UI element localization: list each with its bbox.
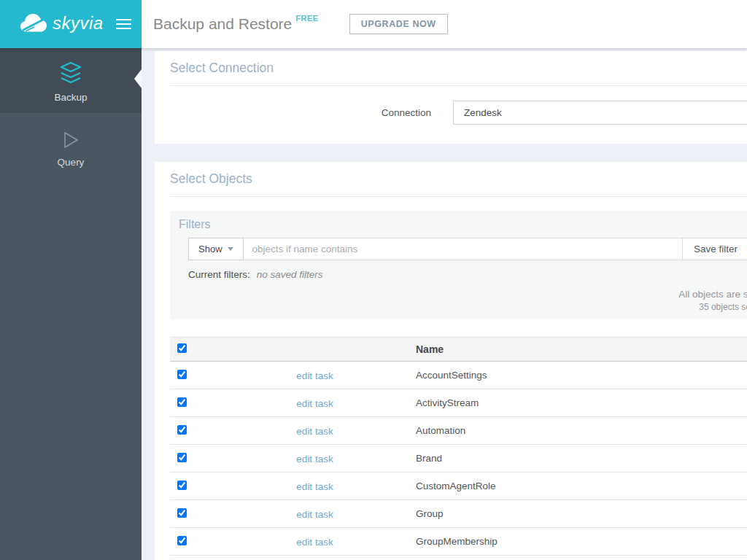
divider xyxy=(170,196,747,197)
connection-row: Connection xyxy=(170,101,747,125)
edit-task-cell: edit task xyxy=(221,445,409,472)
objects-table: Name edit taskAccountSettingsedit taskAc… xyxy=(170,337,747,556)
cloud-logo-icon xyxy=(20,13,47,35)
edit-task-cell: edit task xyxy=(221,389,409,417)
row-checkbox[interactable] xyxy=(177,536,187,545)
selection-info: All objects are selected 35 objects sele… xyxy=(179,289,747,312)
edit-task-cell: edit task xyxy=(221,417,409,445)
row-checkbox-cell xyxy=(170,528,221,556)
filter-name-input[interactable] xyxy=(244,238,683,260)
brand-name: skyvia xyxy=(53,15,104,34)
row-checkbox[interactable] xyxy=(177,370,187,379)
row-checkbox[interactable] xyxy=(177,397,187,407)
name-column-header: Name xyxy=(409,338,747,362)
edit-task-cell: edit task xyxy=(221,472,409,500)
section-title-connection: Select Connection xyxy=(170,61,747,76)
object-name: Group xyxy=(409,500,747,528)
logo-area: skyvia xyxy=(0,0,142,48)
page-header: Backup and Restore FREE UPGRADE NOW xyxy=(142,0,747,48)
table-row: edit taskAutomation xyxy=(170,417,747,445)
row-checkbox-cell xyxy=(170,445,221,472)
edit-task-cell: edit task xyxy=(221,500,409,528)
row-checkbox[interactable] xyxy=(177,508,187,518)
table-row: edit taskAccountSettings xyxy=(170,362,747,389)
edit-task-link[interactable]: edit task xyxy=(296,454,333,464)
object-name: GroupMembership xyxy=(409,528,747,556)
objects-table-body: edit taskAccountSettingsedit taskActivit… xyxy=(170,362,747,556)
header-edit-cell xyxy=(221,338,409,362)
layers-icon xyxy=(58,61,83,88)
filters-panel: Filters Show Save filter Current filters… xyxy=(170,211,747,319)
top-bar: skyvia Backup and Restore FREE UPGRADE N… xyxy=(0,0,747,48)
upgrade-now-button[interactable]: UPGRADE NOW xyxy=(349,14,448,34)
header-checkbox-cell xyxy=(170,338,221,362)
edit-task-cell: edit task xyxy=(221,362,409,389)
selection-count: 35 objects selected xyxy=(179,302,747,312)
row-checkbox-cell xyxy=(170,472,221,500)
row-checkbox-cell xyxy=(170,500,221,528)
row-checkbox[interactable] xyxy=(177,453,187,462)
connection-select[interactable] xyxy=(453,101,747,125)
current-filters-value: no saved filters xyxy=(257,269,323,280)
table-row: edit taskCustomAgentRole xyxy=(170,472,747,500)
sidebar-item-label: Query xyxy=(0,157,142,168)
plan-badge: FREE xyxy=(295,14,318,23)
object-name: AccountSettings xyxy=(409,362,747,389)
table-row: edit taskGroup xyxy=(170,500,747,528)
select-all-checkbox[interactable] xyxy=(177,343,187,353)
edit-task-link[interactable]: edit task xyxy=(296,426,333,437)
page-title: Backup and Restore xyxy=(153,15,292,33)
table-row: edit taskGroupMembership xyxy=(170,528,747,556)
sidebar: Backup Query xyxy=(0,48,142,560)
table-header-row: Name xyxy=(170,338,747,362)
save-filter-button[interactable]: Save filter xyxy=(683,238,747,260)
sidebar-item-query[interactable]: Query xyxy=(0,113,142,178)
select-connection-section: Select Connection Connection xyxy=(155,51,747,144)
row-checkbox[interactable] xyxy=(177,481,187,490)
edit-task-link[interactable]: edit task xyxy=(296,537,333,548)
menu-icon[interactable] xyxy=(116,16,131,32)
current-filters-row: Current filters:no saved filters xyxy=(188,269,747,280)
selection-summary: All objects are selected xyxy=(179,289,747,300)
show-dropdown-label: Show xyxy=(198,244,222,254)
table-row: edit taskBrand xyxy=(170,445,747,472)
object-name: Brand xyxy=(409,445,747,472)
row-checkbox-cell xyxy=(170,362,221,389)
object-name: ActivityStream xyxy=(409,389,747,417)
object-name: Automation xyxy=(409,417,747,445)
sidebar-item-backup[interactable]: Backup xyxy=(0,48,142,113)
connection-label: Connection xyxy=(170,107,453,118)
play-icon xyxy=(62,131,80,152)
sidebar-item-label: Backup xyxy=(0,92,142,103)
divider xyxy=(170,85,747,86)
edit-task-link[interactable]: edit task xyxy=(296,481,333,492)
row-checkbox-cell xyxy=(170,417,221,445)
filters-title: Filters xyxy=(179,218,747,231)
main-content: Select Connection Connection Select Obje… xyxy=(142,48,747,560)
chevron-down-icon xyxy=(228,247,233,251)
filter-bar: Show Save filter xyxy=(188,238,747,260)
select-objects-section: Select Objects Filters Show Save filter … xyxy=(155,162,747,560)
row-checkbox[interactable] xyxy=(177,425,187,435)
table-row: edit taskActivityStream xyxy=(170,389,747,417)
row-checkbox-cell xyxy=(170,389,221,417)
current-filters-label: Current filters: xyxy=(188,269,250,280)
edit-task-link[interactable]: edit task xyxy=(296,509,333,520)
section-title-objects: Select Objects xyxy=(170,171,747,187)
edit-task-cell: edit task xyxy=(221,528,409,556)
edit-task-link[interactable]: edit task xyxy=(296,398,333,409)
show-dropdown[interactable]: Show xyxy=(188,238,244,260)
skyvia-logo[interactable]: skyvia xyxy=(20,13,104,35)
object-name: CustomAgentRole xyxy=(409,472,747,500)
edit-task-link[interactable]: edit task xyxy=(296,370,333,381)
